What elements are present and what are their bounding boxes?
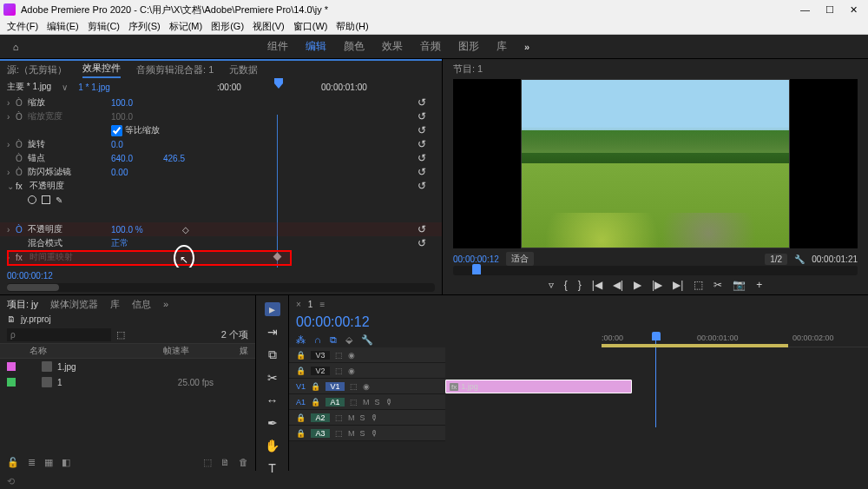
anchor-y-value[interactable]: 426.5 [163,154,185,163]
menu-file[interactable]: 文件(F) [7,20,38,33]
step-back-button[interactable]: ◀| [613,279,623,291]
track-header-v1[interactable]: V1🔒V1⬚◉ [289,379,445,394]
tab-source[interactable]: 源:（无剪辑） [7,63,67,76]
menu-window[interactable]: 窗口(W) [293,20,328,33]
panel-overflow-icon[interactable]: » [163,299,168,309]
effect-timecode[interactable]: 00:00:00:12 [0,268,442,283]
blend-mode-value[interactable]: 正常 [111,237,155,249]
new-item-button[interactable]: 🗎 [220,457,230,467]
menu-clip[interactable]: 剪辑(C) [88,20,120,33]
track-select-tool[interactable]: ⇥ [265,325,280,339]
timeline-timecode[interactable]: 00:00:00:12 [289,313,868,332]
playhead-icon[interactable] [274,78,283,90]
fx-badge-icon[interactable]: fx [16,182,23,191]
workspace-tab-editing[interactable]: 编辑 [306,39,326,54]
go-in-button[interactable]: |◀ [592,279,602,291]
timeline-track-area[interactable]: fx 1.jpg [445,347,868,441]
bin-filter-icon[interactable]: ⬚ [116,329,125,340]
program-resolution-dropdown[interactable]: 1/2 [765,254,787,265]
tab-project[interactable]: 项目: jy [7,298,38,311]
rotation-value[interactable]: 0.0 [111,140,155,149]
timeline-clip[interactable]: fx 1.jpg [445,380,632,393]
clip-instance-label[interactable]: 1 * 1.jpg [78,83,110,92]
timeline-tab-close-icon[interactable]: × [296,300,301,309]
mask-ellipse-icon[interactable] [28,195,36,204]
mark-out-button[interactable]: } [578,279,582,291]
tab-metadata[interactable]: 元数据 [229,63,258,76]
reset-blend-icon[interactable]: ↺ [418,237,426,249]
tab-effect-controls[interactable]: 效果控件 [82,62,121,78]
track-header-v3[interactable]: 🔒V3⬚◉ [289,347,445,363]
step-fwd-button[interactable]: |▶ [652,279,662,291]
wrench-icon[interactable]: 🔧 [794,254,805,264]
icon-view-icon[interactable]: ▦ [44,457,53,468]
timeline-ruler[interactable]: :00:00 00:00:01:00 00:00:02:00 00:00:03:… [602,332,868,347]
reset-scale-icon[interactable]: ↺ [418,96,426,109]
reset-rotation-icon[interactable]: ↺ [418,138,426,150]
linked-selection-icon[interactable]: ⧉ [330,334,337,346]
play-button[interactable]: ▶ [634,279,641,291]
mask-pen-icon[interactable]: ✎ [56,195,62,205]
workspace-tab-audio[interactable]: 音频 [420,39,441,54]
home-button[interactable]: ⌂ [7,39,24,55]
reset-flicker-icon[interactable]: ↺ [418,166,426,178]
tab-program[interactable]: 节目: 1 [453,63,483,76]
tab-info[interactable]: 信息 [132,298,151,311]
effect-scrollbar[interactable] [7,283,435,292]
hand-tool[interactable]: ✋ [265,439,280,453]
slip-tool[interactable]: ↔ [265,393,280,407]
close-button[interactable]: ✕ [850,4,858,16]
workspace-tab-libraries[interactable]: 库 [496,39,507,54]
mark-in-button[interactable]: { [564,279,568,291]
ripple-edit-tool[interactable]: ⧉ [265,347,280,362]
reset-uniform-icon[interactable]: ↺ [418,124,426,136]
write-lock-icon[interactable]: 🔓 [7,457,19,468]
uniform-scale-checkbox[interactable] [111,125,122,136]
export-frame-button[interactable]: 📷 [733,279,746,291]
workspace-tab-assembly[interactable]: 组件 [267,39,288,54]
razor-tool[interactable]: ✂ [265,371,280,385]
list-view-icon[interactable]: ≣ [28,457,36,468]
minimize-button[interactable]: — [800,4,810,16]
anchor-x-value[interactable]: 640.0 [111,154,155,163]
reset-opacity-grp-icon[interactable]: ↺ [418,180,426,192]
eye-icon[interactable]: ◉ [348,351,355,360]
opacity-value[interactable]: 100.0 % [111,225,155,235]
button-editor-icon[interactable]: + [756,279,762,291]
sync-lock-icon[interactable]: ⬚ [335,351,343,360]
track-header-a3[interactable]: 🔒A3⬚MS🎙 [289,426,445,441]
opacity-stopwatch-icon[interactable]: Ò [16,225,24,235]
settings-icon[interactable]: 🔧 [361,334,373,346]
tab-audio-mixer[interactable]: 音频剪辑混合器: 1 [136,63,214,76]
track-header-a2[interactable]: 🔒A2⬚MS🎙 [289,410,445,426]
program-playhead[interactable] [472,264,481,274]
delete-button[interactable]: 🗑 [239,457,248,467]
program-scrubber[interactable] [453,266,858,275]
marker-icon[interactable]: ⬙ [345,334,352,346]
go-out-button[interactable]: ▶| [673,279,683,291]
track-header-a1[interactable]: A1🔒A1⬚MS🎙 [289,394,445,410]
program-timecode-left[interactable]: 00:00:00:12 [453,254,499,264]
menu-help[interactable]: 帮助(H) [336,20,368,33]
list-item[interactable]: 1 25.00 fps [0,374,255,390]
workspace-tab-effects[interactable]: 效果 [382,39,403,54]
workspace-overflow-icon[interactable]: » [524,42,529,52]
pen-tool[interactable]: ✒ [265,416,280,430]
list-item[interactable]: 1.jpg [0,359,255,374]
timeline-tab[interactable]: 1 [308,300,313,309]
workspace-tab-color[interactable]: 颜色 [344,39,365,54]
selection-tool[interactable]: ▸ [265,302,280,316]
program-monitor-viewport[interactable] [453,79,858,248]
track-header-v2[interactable]: 🔒V2⬚◉ [289,363,445,379]
tab-media-browser[interactable]: 媒体浏览器 [50,298,98,311]
reset-anchor-icon[interactable]: ↺ [418,152,426,164]
add-marker-button[interactable]: ▿ [549,279,554,291]
maximize-button[interactable]: ☐ [825,4,834,16]
freeform-view-icon[interactable]: ◧ [62,457,70,468]
new-bin-button[interactable]: ⬚ [203,457,212,468]
tab-libraries[interactable]: 库 [110,298,120,311]
program-fit-dropdown[interactable]: 适合 [506,252,534,266]
menu-sequence[interactable]: 序列(S) [128,20,161,33]
project-search-input[interactable] [7,328,111,341]
lift-button[interactable]: ⬚ [694,279,703,291]
